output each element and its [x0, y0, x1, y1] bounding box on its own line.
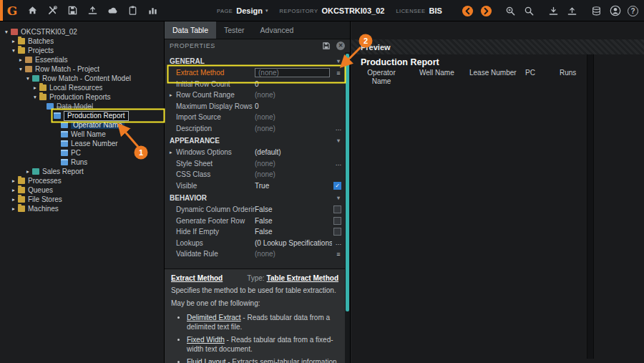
tree-item-queues[interactable]: ▸Queues [0, 185, 164, 195]
property-validate-rule[interactable]: Validate Rule(none)≡ [165, 248, 345, 260]
tree-item-lease-number[interactable]: Lease Number [0, 139, 164, 148]
search-icon[interactable] [523, 5, 535, 17]
expand-icon[interactable]: ▸ [10, 196, 17, 203]
property-value[interactable]: (none) [258, 69, 326, 77]
expand-icon[interactable]: ▸ [24, 168, 31, 175]
property-value[interactable]: False [255, 205, 331, 213]
section-general[interactable]: GENERAL▾ [165, 54, 345, 67]
help-link-fluid-layout[interactable]: Fluid Layout [187, 358, 225, 363]
ellipsis-button[interactable]: … [332, 239, 345, 246]
tab-advanced[interactable]: Advanced [253, 21, 302, 39]
menu-button[interactable]: ≡ [332, 69, 345, 77]
tree-item-production-report[interactable]: Production Report [0, 111, 164, 120]
tree-item-row-match-project[interactable]: ▾Row Match - Project [0, 64, 164, 74]
section-appearance[interactable]: APPEARANCE▾ [165, 134, 345, 147]
account-icon[interactable] [609, 5, 621, 17]
scrollbar-thumb[interactable] [346, 54, 349, 311]
property-hide-if-empty[interactable]: Hide If EmptyFalse [165, 226, 345, 238]
forward-button[interactable] [480, 5, 492, 17]
property-style-sheet[interactable]: Style Sheet(none)… [165, 158, 345, 170]
section-collapse-icon[interactable]: ▾ [337, 137, 340, 144]
property-maximum-display-rows[interactable]: Maximum Display Rows0 [165, 101, 345, 112]
tools-icon[interactable] [47, 4, 59, 16]
expand-icon[interactable]: ▸ [10, 38, 17, 44]
property-lookups[interactable]: Lookups(0 Lookup Specifications)… [165, 238, 345, 249]
collapse-icon[interactable]: ▾ [31, 94, 39, 100]
section-collapse-icon[interactable]: ▾ [337, 195, 340, 201]
expand-icon[interactable]: ▸ [10, 187, 17, 193]
clipboard-icon[interactable] [127, 4, 139, 16]
zoom-icon[interactable] [504, 5, 517, 17]
preview-scrollbar[interactable] [587, 54, 594, 359]
property-value[interactable]: (none) [255, 91, 332, 99]
property-value[interactable]: (none) [255, 125, 332, 132]
checkbox-unchecked[interactable] [333, 228, 341, 236]
property-value[interactable]: (none) [255, 250, 332, 258]
collapse-icon[interactable]: ▾ [3, 29, 10, 35]
property-value[interactable]: False [255, 228, 331, 236]
menu-button[interactable]: ≡ [332, 251, 345, 258]
tree-item-operator-name[interactable]: Operator Name [0, 120, 164, 130]
property-value[interactable]: 0 [255, 80, 332, 88]
expand-icon[interactable]: ▸ [170, 150, 176, 155]
property-dynamic-column-ordering[interactable]: Dynamic Column OrderingFalse [165, 204, 345, 216]
help-link-delimited-extract[interactable]: Delimited Extract [187, 314, 241, 321]
expand-icon[interactable]: ▸ [10, 178, 17, 184]
property-css-class[interactable]: CSS Class(none) [165, 169, 345, 180]
import-tray-icon[interactable] [87, 4, 99, 16]
tree-item-pc[interactable]: PC [0, 148, 164, 158]
property-value[interactable]: (0 Lookup Specifications) [255, 239, 332, 247]
property-import-source[interactable]: Import Source(none) [165, 112, 345, 123]
tree-item-essentials[interactable]: ▸Essentials [0, 55, 164, 64]
tab-data-table[interactable]: Data Table [165, 21, 216, 39]
property-value[interactable]: 0 [255, 102, 332, 110]
tree-item-data-model[interactable]: Data Model [0, 102, 164, 111]
tab-tester[interactable]: Tester [216, 21, 253, 39]
tree-item-batches[interactable]: ▸Batches [0, 37, 164, 46]
property-generate-footer-row[interactable]: Generate Footer RowFalse [165, 216, 345, 227]
collapse-icon[interactable]: ▾ [10, 47, 17, 54]
tree-item-processes[interactable]: ▸Processes [0, 176, 164, 185]
ellipsis-button[interactable]: … [332, 125, 345, 132]
chart-icon[interactable] [147, 4, 159, 16]
checkbox-checked[interactable]: ✓ [333, 182, 341, 190]
back-button[interactable] [462, 5, 474, 17]
section-behavior[interactable]: BEHAVIOR▾ [165, 191, 345, 204]
save-icon[interactable] [67, 4, 79, 16]
help-link-fixed-width[interactable]: Fixed Width [187, 336, 225, 344]
property-value[interactable]: (none) [255, 113, 332, 121]
save-properties-icon[interactable] [322, 42, 331, 50]
checkbox-unchecked[interactable] [333, 205, 341, 213]
property-value-box[interactable]: (none) [255, 68, 330, 77]
tree-item-production-reports[interactable]: ▾Production Reports [0, 92, 164, 102]
tree-item-well-name[interactable]: Well Name [0, 130, 164, 139]
tree-item-projects[interactable]: ▾Projects [0, 46, 164, 55]
tree-item-machines[interactable]: ▸Machines [0, 204, 164, 213]
close-icon[interactable]: ✕ [336, 42, 345, 50]
property-description[interactable]: Description(none)… [165, 123, 345, 135]
tree-item-row-match-content-model[interactable]: ▾Row Match - Content Model [0, 74, 164, 83]
checkbox-unchecked[interactable] [333, 217, 341, 225]
database-icon[interactable] [590, 5, 602, 17]
tree-item-file-stores[interactable]: ▸File Stores [0, 195, 164, 204]
collapse-icon[interactable]: ▾ [24, 75, 31, 82]
expand-icon[interactable]: ▸ [17, 57, 24, 63]
property-value[interactable]: True [255, 182, 331, 190]
property-value[interactable]: (none) [255, 170, 332, 178]
collapse-icon[interactable]: ▾ [17, 66, 24, 72]
tree-item-sales-report[interactable]: ▸Sales Report [0, 167, 164, 176]
tree-item-okcstrki03-02[interactable]: ▾OKCSTRKI03_02 [0, 27, 164, 37]
cloud-icon[interactable] [107, 4, 119, 16]
section-collapse-icon[interactable]: ▾ [337, 58, 340, 64]
help-icon[interactable]: ? [628, 6, 638, 16]
property-value[interactable]: (default) [255, 148, 332, 156]
expand-icon[interactable]: ▸ [31, 84, 39, 91]
property-visible[interactable]: VisibleTrue✓ [165, 180, 345, 192]
download-icon[interactable] [547, 5, 560, 17]
page-value[interactable]: Design [236, 6, 263, 15]
home-icon[interactable] [26, 4, 39, 16]
ellipsis-button[interactable]: … [332, 160, 345, 167]
properties-scrollbar[interactable] [345, 52, 350, 363]
property-row-count-range[interactable]: ▸Row Count Range(none) [165, 89, 345, 101]
property-windows-options[interactable]: ▸Windows Options(default) [165, 147, 345, 158]
